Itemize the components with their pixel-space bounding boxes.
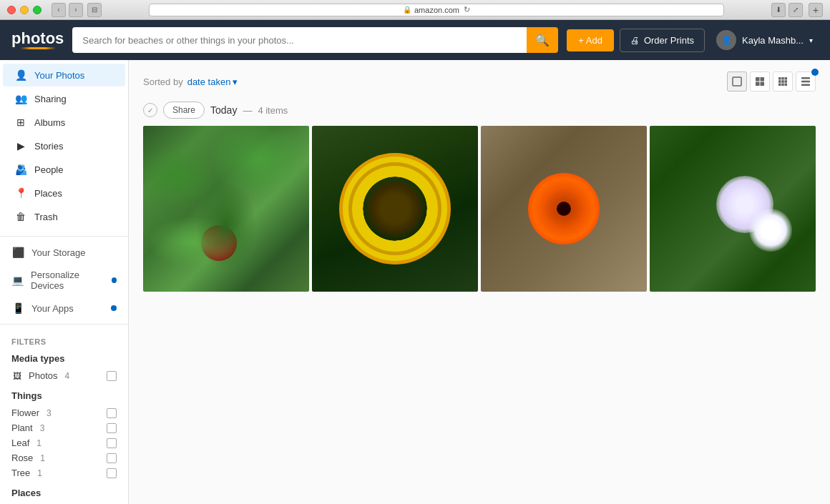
sidebar-item-trash[interactable]: 🗑 Trash bbox=[3, 205, 125, 228]
places-filter-label: Places bbox=[11, 488, 117, 498]
filter-plant[interactable]: Plant 3 bbox=[11, 420, 117, 435]
url-bar[interactable]: 🔒 amazon.com ↻ bbox=[149, 4, 724, 16]
filter-checkbox[interactable] bbox=[107, 408, 117, 418]
sidebar-item-label: Places bbox=[34, 188, 62, 199]
sidebar-item-stories[interactable]: ▶ Stories bbox=[3, 134, 125, 157]
sort-control: Sorted by date taken ▾ bbox=[143, 76, 238, 87]
user-name: Kayla Mashb... bbox=[742, 35, 804, 46]
photo-item[interactable] bbox=[143, 126, 309, 292]
filter-label: Leaf bbox=[11, 438, 29, 448]
maximize-button[interactable] bbox=[33, 6, 42, 14]
content-header: Sorted by date taken ▾ bbox=[143, 71, 816, 92]
amazon-logo[interactable]: photos bbox=[11, 31, 64, 49]
sidebar-secondary-section: ⬛ Your Storage 💻 Personalize Devices 📱 Y… bbox=[0, 241, 128, 320]
filter-leaf[interactable]: Leaf 1 bbox=[11, 435, 117, 450]
svg-rect-10 bbox=[785, 80, 788, 83]
sidebar-item-storage[interactable]: ⬛ Your Storage bbox=[0, 241, 128, 264]
svg-rect-3 bbox=[756, 82, 760, 87]
filter-label: Photos bbox=[29, 370, 57, 381]
svg-rect-6 bbox=[781, 77, 784, 80]
filter-tree[interactable]: Tree 1 bbox=[11, 465, 117, 480]
small-grid-icon bbox=[778, 76, 788, 87]
date-separator: — bbox=[243, 105, 252, 116]
sidebar-item-sharing[interactable]: 👥 Sharing bbox=[3, 87, 125, 110]
photo-item[interactable] bbox=[481, 126, 647, 292]
sort-value-text: date taken bbox=[187, 76, 231, 87]
sidebar-item-albums[interactable]: ⊞ Albums bbox=[3, 111, 125, 134]
sidebar-item-label: Sharing bbox=[34, 94, 67, 104]
svg-rect-0 bbox=[733, 77, 741, 86]
filter-checkbox[interactable] bbox=[107, 371, 117, 381]
date-select-button[interactable]: ✓ bbox=[143, 103, 157, 117]
photo-item[interactable] bbox=[650, 126, 816, 292]
filter-photos[interactable]: 🖼 Photos 4 bbox=[11, 368, 117, 383]
sidebar-item-label: Your Apps bbox=[31, 303, 74, 314]
download-button[interactable]: ⬇ bbox=[771, 3, 786, 17]
filter-checkbox[interactable] bbox=[107, 423, 117, 433]
sidebar-toggle-button[interactable]: ⊟ bbox=[87, 3, 102, 17]
sort-value[interactable]: date taken ▾ bbox=[187, 76, 238, 87]
sidebar: 👤 Your Photos 👥 Sharing ⊞ Albums ▶ Stori… bbox=[0, 60, 129, 504]
share-button[interactable]: Share bbox=[163, 102, 205, 119]
filter-checkbox[interactable] bbox=[107, 438, 117, 448]
add-button[interactable]: + Add bbox=[567, 29, 614, 51]
order-prints-button[interactable]: 🖨 Order Prints bbox=[620, 29, 705, 52]
sidebar-item-label: Your Storage bbox=[31, 247, 85, 258]
photos-filter-icon: 🖼 bbox=[11, 371, 23, 381]
svg-rect-14 bbox=[801, 77, 810, 79]
photo-item[interactable] bbox=[312, 126, 478, 292]
people-icon: 🫂 bbox=[14, 164, 27, 175]
apps-icon: 📱 bbox=[11, 302, 24, 314]
storage-icon: ⬛ bbox=[11, 247, 24, 258]
refresh-button[interactable]: ↻ bbox=[464, 5, 470, 14]
filter-count: 1 bbox=[37, 468, 42, 478]
minimize-button[interactable] bbox=[20, 6, 29, 14]
notification-dot bbox=[111, 305, 117, 311]
sidebar-item-people[interactable]: 🫂 People bbox=[3, 158, 125, 181]
sidebar-item-label: Stories bbox=[34, 141, 63, 152]
user-menu[interactable]: 👤 Kayla Mashb... ▾ bbox=[711, 26, 819, 54]
stories-icon: ▶ bbox=[14, 140, 27, 152]
filter-flower[interactable]: Flower 3 bbox=[11, 405, 117, 420]
medium-grid-icon bbox=[755, 76, 765, 87]
filter-checkbox[interactable] bbox=[107, 453, 117, 463]
filter-label: Tree bbox=[11, 468, 30, 478]
sharing-icon: 👥 bbox=[14, 93, 27, 104]
amazon-header: photos 🔍 + Add 🖨 Order Prints 👤 Kayla Ma… bbox=[0, 20, 830, 60]
back-button[interactable]: ‹ bbox=[52, 3, 66, 17]
large-grid-icon bbox=[732, 76, 742, 87]
forward-button[interactable]: › bbox=[69, 3, 83, 17]
view-large-grid-button[interactable] bbox=[727, 71, 747, 92]
filter-rose[interactable]: Rose 1 bbox=[11, 450, 117, 465]
sidebar-item-label: Your Photos bbox=[34, 70, 84, 81]
search-bar: 🔍 bbox=[72, 27, 558, 53]
search-input[interactable] bbox=[72, 27, 527, 53]
printer-icon: 🖨 bbox=[630, 35, 640, 46]
filter-label: Flower bbox=[11, 407, 39, 418]
view-small-grid-button[interactable] bbox=[773, 71, 793, 92]
filter-count: 1 bbox=[36, 438, 42, 448]
sidebar-item-devices[interactable]: 💻 Personalize Devices bbox=[0, 264, 128, 297]
view-medium-grid-button[interactable] bbox=[750, 71, 770, 92]
content-area: Sorted by date taken ▾ bbox=[129, 60, 830, 504]
sidebar-item-apps[interactable]: 📱 Your Apps bbox=[0, 297, 128, 320]
fullscreen-button[interactable]: ⤢ bbox=[788, 3, 803, 17]
logo-text: photos bbox=[11, 31, 64, 46]
filter-checkbox[interactable] bbox=[107, 468, 117, 478]
filter-count: 4 bbox=[64, 371, 69, 381]
svg-rect-2 bbox=[761, 77, 765, 81]
add-tab-button[interactable]: + bbox=[809, 3, 823, 17]
albums-icon: ⊞ bbox=[14, 117, 27, 128]
logo-underline bbox=[20, 47, 56, 49]
lock-icon: 🔒 bbox=[403, 6, 411, 14]
sidebar-item-your-photos[interactable]: 👤 Your Photos bbox=[3, 64, 125, 87]
sidebar-item-places[interactable]: 📍 Places bbox=[3, 182, 125, 204]
svg-rect-13 bbox=[785, 84, 788, 87]
new-feature-dot bbox=[811, 69, 819, 76]
main-content: 👤 Your Photos 👥 Sharing ⊞ Albums ▶ Stori… bbox=[0, 60, 830, 504]
close-button[interactable] bbox=[7, 6, 16, 14]
person-icon: 👤 bbox=[14, 69, 27, 81]
titlebar: ‹ › ⊟ 🔒 amazon.com ↻ ⬇ ⤢ + bbox=[0, 0, 830, 20]
search-button[interactable]: 🔍 bbox=[527, 27, 558, 53]
header-actions: + Add 🖨 Order Prints 👤 Kayla Mashb... ▾ bbox=[567, 26, 819, 54]
